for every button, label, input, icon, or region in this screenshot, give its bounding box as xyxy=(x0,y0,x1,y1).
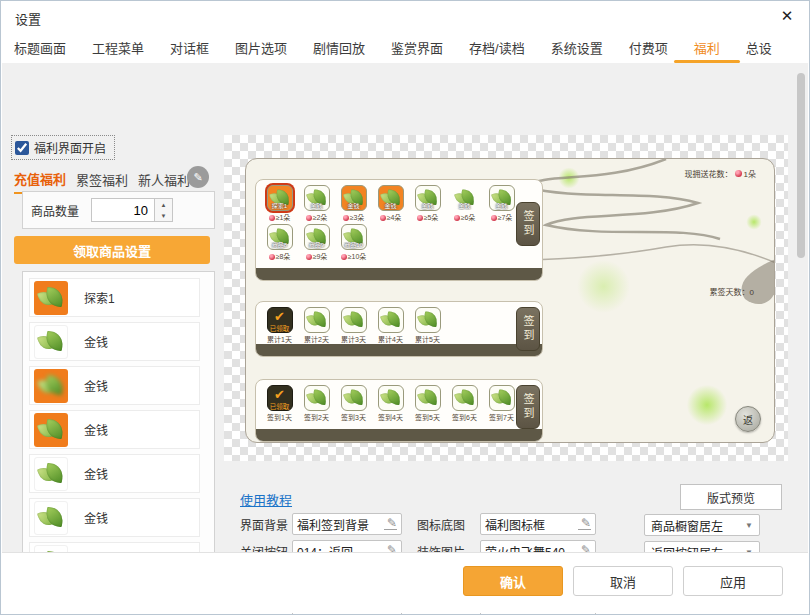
reward-caption: 金钱 xyxy=(416,203,440,210)
reward-requirement: 签到5天 xyxy=(409,412,446,422)
reward-icon-frame: ✔ xyxy=(378,307,404,333)
claim-goods-settings-button[interactable]: 领取商品设置 xyxy=(14,236,210,264)
reward-cell[interactable]: ✔ 金钱 ≥2朵 xyxy=(298,185,335,222)
tab-paid-items[interactable]: 付费项 xyxy=(629,32,668,63)
reward-cell[interactable]: ✔ 签到2天 xyxy=(298,385,335,422)
reward-cell[interactable]: ✔ 商品8 ≥8朵 xyxy=(261,224,298,261)
reward-icon-frame: ✔ 金钱 xyxy=(304,185,330,211)
check-icon: ✔ xyxy=(274,310,285,323)
reward-cell[interactable]: ✔ 探索1 ≥1朵 xyxy=(261,185,298,222)
product-name: 探索1 xyxy=(84,289,115,306)
confirm-button[interactable]: 确认 xyxy=(463,566,563,596)
list-item[interactable]: 金钱 xyxy=(29,410,200,449)
reward-cell[interactable]: ✔ 金钱 ≥5朵 xyxy=(409,185,446,222)
tab-image-options[interactable]: 图片选项 xyxy=(235,32,287,63)
field-value-box[interactable]: 福利签到背景 ✎ xyxy=(292,513,402,535)
tab-title-screen[interactable]: 标题画面 xyxy=(14,32,66,63)
apply-button[interactable]: 应用 xyxy=(683,566,783,596)
field-value-box[interactable]: 福利图标框 ✎ xyxy=(480,513,596,535)
list-item[interactable]: 金钱 xyxy=(29,366,200,405)
reward-caption: 探索1 xyxy=(268,203,292,210)
sign-in-button[interactable]: 签到 xyxy=(516,307,540,351)
reward-requirement: ≥8朵 xyxy=(261,251,298,261)
tab-bar: 标题画面 工程菜单 对话框 图片选项 剧情回放 鉴赏界面 存档/读档 系统设置 … xyxy=(14,31,809,63)
reward-requirement: 累计4天 xyxy=(372,334,409,344)
reward-cell[interactable]: ✔ 商品9 ≥9朵 xyxy=(298,224,335,261)
spinner-down-icon[interactable]: ▼ xyxy=(155,210,172,221)
cumulative-signin-panel: ✔ 已领取 累计1天 ✔ xyxy=(255,301,543,357)
field-icon-base: 图标底图 福利图标框 ✎ xyxy=(417,513,596,535)
reward-cell[interactable]: ✔ 签到4天 xyxy=(372,385,409,422)
reward-cell[interactable]: ✔ 签到5天 xyxy=(409,385,446,422)
welfare-enable-checkbox[interactable] xyxy=(15,141,29,155)
reward-cell[interactable]: ✔ 金钱 ≥7朵 xyxy=(483,185,520,222)
tab-project-menu[interactable]: 工程菜单 xyxy=(92,32,144,63)
field-value: 福利签到背景 xyxy=(297,516,369,533)
shop-window-position-dropdown[interactable]: 商品橱窗居左 ▼ xyxy=(644,514,760,536)
reward-cell[interactable]: ✔ 金钱 ≥6朵 xyxy=(446,185,483,222)
reward-icon-frame: ✔ 探索1 xyxy=(267,185,293,211)
list-item[interactable]: 金钱 xyxy=(29,454,200,493)
quantity-input[interactable] xyxy=(91,198,155,222)
reward-requirement: 签到1天 xyxy=(261,412,298,422)
reward-caption: 金钱 xyxy=(490,203,514,210)
reward-cell[interactable]: ✔ 金钱 ≥4朵 xyxy=(372,185,409,222)
panel-bottom-bar xyxy=(256,344,542,356)
reward-cell[interactable]: ✔ 签到3天 xyxy=(335,385,372,422)
leaf-icon xyxy=(344,389,363,406)
product-list[interactable]: 探索1 金钱 金钱 金钱 金钱 金钱 金 xyxy=(22,271,215,586)
reward-icon-frame: ✔ 金钱 xyxy=(489,185,515,211)
cumulative-signin-grid: ✔ 已领取 累计1天 ✔ xyxy=(261,307,523,346)
reward-icon-frame: ✔ xyxy=(341,307,367,333)
list-item[interactable]: 探索1 xyxy=(29,278,200,317)
reward-cell[interactable]: ✔ 商品10 ≥10朵 xyxy=(335,224,372,261)
reward-cell[interactable]: ✔ 签到6天 xyxy=(446,385,483,422)
reward-cell[interactable]: ✔ 签到7天 xyxy=(483,385,520,422)
product-thumbnail xyxy=(34,281,68,315)
reward-cell[interactable]: ✔ 已领取 签到1天 xyxy=(261,385,298,422)
tab-general[interactable]: 总设 xyxy=(746,32,772,63)
reward-cell[interactable]: ✔ 已领取 累计1天 xyxy=(261,307,298,344)
subtab-edit-button[interactable]: ✎ xyxy=(187,166,209,188)
return-button[interactable]: 返 xyxy=(735,406,761,432)
reward-cell[interactable]: ✔ 累计2天 xyxy=(298,307,335,344)
sign-in-button[interactable]: 签到 xyxy=(516,202,540,246)
reward-cell[interactable]: ✔ 累计5天 xyxy=(409,307,446,344)
edit-icon[interactable]: ✎ xyxy=(578,518,591,530)
reward-icon-frame: ✔ xyxy=(415,307,441,333)
reward-caption: 金钱 xyxy=(305,203,329,210)
subtab-newcomer-welfare[interactable]: 新人福利 xyxy=(138,170,190,193)
reward-caption: 金钱 xyxy=(379,203,403,210)
flower-counter: 现拥送花数： 1朵 xyxy=(685,168,756,179)
reward-caption: 金钱 xyxy=(342,203,366,210)
tutorial-link[interactable]: 使用教程 xyxy=(240,490,292,509)
tab-dialog-box[interactable]: 对话框 xyxy=(170,32,209,63)
tab-save-load[interactable]: 存档/读档 xyxy=(469,32,525,63)
flower-counter-value: 1朵 xyxy=(744,168,756,179)
subtab-cumulative-welfare[interactable]: 累签福利 xyxy=(76,170,128,193)
list-item[interactable]: 金钱 xyxy=(29,498,200,537)
pencil-icon: ✎ xyxy=(193,171,202,184)
leaf-icon xyxy=(344,311,363,328)
field-interface-background: 界面背景 福利签到背景 ✎ xyxy=(240,513,402,535)
spinner-up-icon[interactable]: ▲ xyxy=(155,199,172,210)
tab-story-replay[interactable]: 剧情回放 xyxy=(313,32,365,63)
reward-cell[interactable]: ✔ 累计4天 xyxy=(372,307,409,344)
reward-requirement: 签到6天 xyxy=(446,412,483,422)
reward-cell[interactable]: ✔ 金钱 ≥3朵 xyxy=(335,185,372,222)
panel-bottom-bar xyxy=(256,268,542,280)
leaf-icon xyxy=(381,389,400,406)
list-scrollbar[interactable] xyxy=(797,73,805,258)
close-icon[interactable]: ✕ xyxy=(777,7,797,25)
cancel-button[interactable]: 取消 xyxy=(573,566,673,596)
layout-preview-button[interactable]: 版式预览 xyxy=(680,484,782,510)
tab-welfare[interactable]: 福利 xyxy=(694,32,720,63)
sign-in-button[interactable]: 签到 xyxy=(516,385,540,429)
list-item[interactable]: 金钱 xyxy=(29,322,200,361)
tab-system-settings[interactable]: 系统设置 xyxy=(551,32,603,63)
edit-icon[interactable]: ✎ xyxy=(384,518,397,530)
tab-gallery[interactable]: 鉴赏界面 xyxy=(391,32,443,63)
check-icon: ✔ xyxy=(274,388,285,401)
recharge-rewards-grid: ✔ 探索1 ≥1朵 ✔ 金钱 xyxy=(261,185,523,263)
reward-cell[interactable]: ✔ 累计3天 xyxy=(335,307,372,344)
